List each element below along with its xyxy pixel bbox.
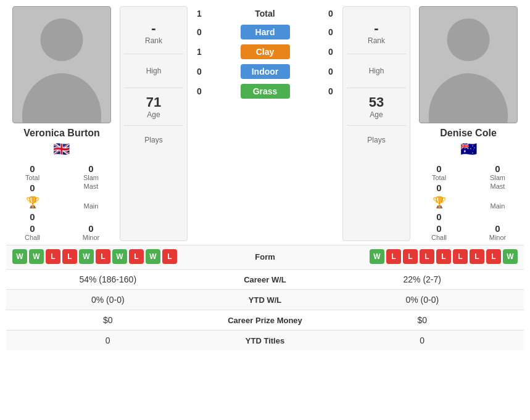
form-pill: L	[129, 249, 144, 264]
right-slam-cell: 0 Slam	[471, 163, 524, 181]
form-pill: L	[162, 249, 177, 264]
left-high-section: High	[124, 54, 183, 88]
left-total-cell: 0 Total	[6, 163, 59, 181]
stat-row: $0Career Prize Money$0	[6, 310, 524, 330]
form-pill: L	[403, 249, 418, 264]
form-pill: L	[96, 249, 110, 264]
clay-badge: Clay	[241, 44, 290, 59]
form-pill: L	[453, 249, 468, 264]
right-player-stats: 0 Total 0 Slam 0 🏆 0 Mast Ma	[413, 163, 524, 241]
grass-badge: Grass	[241, 84, 290, 99]
form-pill: W	[503, 249, 518, 264]
left-rank-section: - Rank	[124, 12, 183, 54]
form-pill: L	[46, 249, 60, 264]
left-plays-section: Plays	[124, 126, 183, 154]
right-info-card: - Rank High 53 Age Plays	[342, 6, 410, 241]
right-trophy-icon: 🏆	[433, 196, 446, 209]
form-pill: W	[29, 249, 44, 264]
right-plays-section: Plays	[347, 126, 406, 154]
form-pill: W	[79, 249, 94, 264]
stat-label: YTD Titles	[204, 336, 327, 345]
stat-label: YTD W/L	[204, 295, 327, 305]
form-pill: L	[436, 249, 451, 264]
stat-left: 0	[12, 336, 204, 345]
stat-left: 0% (0-0)	[12, 295, 204, 305]
left-player-stats: 0 Total 0 Slam 0 🏆 0 Mast Ma	[6, 163, 117, 241]
svg-point-4	[447, 19, 489, 61]
form-label: Form	[228, 252, 302, 261]
left-info-card: - Rank High 71 Age Plays	[120, 6, 188, 241]
left-mast-cell: 0 🏆 0	[6, 183, 59, 222]
form-pill: L	[486, 249, 501, 264]
form-pill: L	[386, 249, 401, 264]
svg-point-1	[40, 19, 83, 61]
right-player-name: Denise Cole	[440, 127, 497, 139]
right-high-section: High	[347, 54, 406, 88]
total-left-score: 1	[190, 9, 209, 19]
form-section: WWLLWLWLWL Form WLLLLLLLW	[6, 245, 524, 268]
right-form-pills: WLLLLLLLW	[302, 249, 518, 264]
left-slam-cell: 0 Slam	[65, 163, 117, 181]
left-player-card: Veronica Burton 🇬🇧 0 Total 0 Slam 0 🏆 0	[6, 6, 117, 241]
left-player-flag: 🇬🇧	[23, 141, 100, 157]
grass-row: 0 Grass 0	[190, 83, 340, 100]
top-section: Veronica Burton 🇬🇧 0 Total 0 Slam 0 🏆 0	[6, 6, 524, 241]
right-rank-section: - Rank	[347, 12, 406, 54]
total-row: 1 Total 0	[190, 6, 340, 21]
indoor-badge: Indoor	[241, 64, 290, 79]
right-minor-cell: 0 Minor	[471, 223, 524, 241]
form-pill: W	[12, 249, 27, 264]
form-pill: W	[370, 249, 384, 264]
right-mast-cell: 0 🏆 0	[413, 183, 465, 222]
hard-badge: Hard	[241, 25, 290, 39]
left-chall-cell: 0 Chall	[6, 223, 59, 241]
left-player-name: Veronica Burton	[23, 127, 100, 139]
left-minor-cell: 0 Minor	[65, 223, 117, 241]
form-pill: W	[112, 249, 127, 264]
middle-stats: 1 Total 0 0 Hard 0 1 Clay 0 0 Indoor 0	[190, 6, 340, 241]
form-pill: L	[470, 249, 484, 264]
stat-row: 54% (186-160)Career W/L22% (2-7)	[6, 269, 524, 289]
right-player-photo	[419, 6, 518, 123]
right-player-card: Denise Cole 🇦🇺 0 Total 0 Slam 0 🏆 0	[413, 6, 524, 241]
stat-right: 0% (0-0)	[327, 295, 518, 305]
left-player-photo	[12, 6, 111, 123]
total-right-score: 0	[321, 9, 340, 19]
hard-row: 0 Hard 0	[190, 23, 340, 41]
right-total-cell: 0 Total	[413, 163, 465, 181]
left-trophy-icon: 🏆	[26, 196, 39, 209]
stat-right: 0	[327, 336, 518, 345]
stat-label: Career W/L	[204, 275, 327, 284]
stat-left: $0	[12, 315, 204, 325]
form-pill: W	[146, 249, 160, 264]
stat-row: 0% (0-0)YTD W/L0% (0-0)	[6, 289, 524, 310]
indoor-row: 0 Indoor 0	[190, 63, 340, 80]
form-pill: L	[62, 249, 77, 264]
stat-row: 0YTD Titles0	[6, 330, 524, 350]
clay-row: 1 Clay 0	[190, 43, 340, 60]
right-chall-cell: 0 Chall	[413, 223, 465, 241]
stat-right: 22% (2-7)	[327, 274, 518, 284]
stat-right: $0	[327, 315, 518, 325]
main-container: Veronica Burton 🇬🇧 0 Total 0 Slam 0 🏆 0	[0, 0, 530, 420]
stat-left: 54% (186-160)	[12, 274, 204, 284]
right-player-flag: 🇦🇺	[440, 141, 497, 157]
total-label: Total	[209, 9, 321, 19]
left-age-section: 71 Age	[124, 88, 183, 126]
right-age-section: 53 Age	[347, 88, 406, 126]
left-form-pills: WWLLWLWLWL	[12, 249, 228, 264]
stat-rows: 54% (186-160)Career W/L22% (2-7)0% (0-0)…	[6, 269, 524, 350]
stat-label: Career Prize Money	[204, 316, 327, 325]
form-pill: L	[420, 249, 434, 264]
